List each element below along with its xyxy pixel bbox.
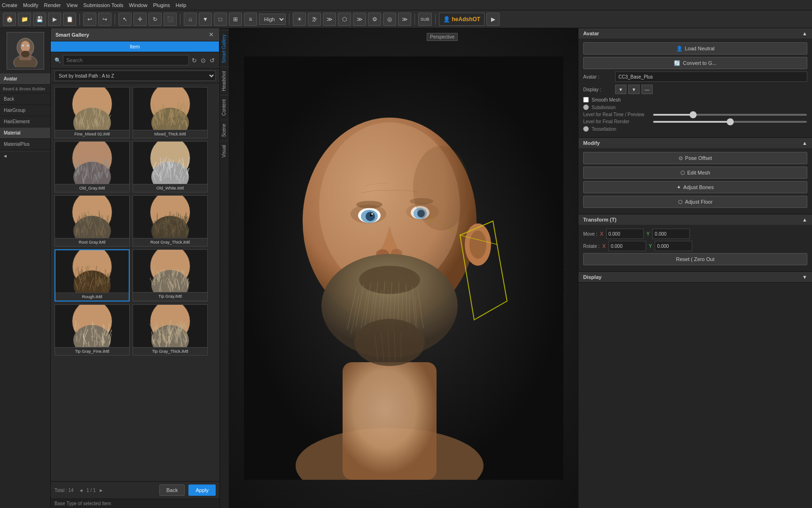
side-tab-content[interactable]: Content [220,95,229,119]
side-tab-scene[interactable]: Scene [220,119,229,141]
toolbar-btn-5[interactable]: 📋 [63,13,76,26]
gallery-tab-item[interactable]: Item [51,41,219,52]
menu-window[interactable]: Window [129,2,148,8]
side-tab-smart-gallery[interactable]: Smart Gallery [220,30,229,67]
viewport[interactable]: Perspective [229,28,578,508]
toolbar-render3[interactable]: ⊞ [229,13,242,26]
display-section-header[interactable]: Display ▼ [578,272,812,282]
transform-section-header[interactable]: Transform (T) ▲ [578,214,812,225]
toolbar-btn-3[interactable]: 💾 [33,13,46,26]
grid-item-rough[interactable]: Rough.iMtl [55,249,130,302]
toolbar-move[interactable]: ✛ [133,13,147,26]
sidebar-item-hairgroup[interactable]: HairGroup [0,105,50,116]
edit-mesh-btn[interactable]: ⬡ Edit Mesh [583,167,807,179]
grid-item-old-white[interactable]: Old_White.iMtl [133,141,208,192]
toolbar-more3[interactable]: ≫ [398,13,411,26]
level-realtime-slider[interactable] [653,114,807,116]
headshot-button[interactable]: 👤 heAdshOT [439,13,485,26]
status-text: Base Type of selected Item [55,501,111,506]
grid-item-fine-mixed[interactable]: Fine_Mixed 02.iMtl [55,87,130,138]
subdivision-radio[interactable] [583,104,589,110]
adjust-floor-btn[interactable]: ⬡ Adjust Floor [583,196,807,208]
toolbar-cam[interactable]: ≡ [244,13,257,26]
sort-icon[interactable]: ↺ [209,56,216,65]
toolbar-physics[interactable]: ⚙ [368,13,381,26]
gallery-grid[interactable]: Fine_Mixed 02.iMtl Mixed_Thick.iMtl Old_… [51,83,219,481]
menu-plugins[interactable]: Plugins [153,2,170,8]
move-y-input[interactable] [652,229,690,239]
toolbar-headshot-more[interactable]: ▶ [486,13,500,26]
avatar-field-input[interactable] [615,71,807,82]
quality-dropdown[interactable]: High [259,14,286,25]
menu-render[interactable]: Render [44,2,61,8]
toolbar-home[interactable]: ⌂ [184,13,197,26]
sidebar-item-hairelement[interactable]: HairElement [0,116,50,127]
pose-offset-btn[interactable]: ⊙ Pose Offset [583,152,807,164]
sidebar-back-btn[interactable]: ◄ [0,151,50,160]
sidebar-back[interactable]: Back [0,94,50,105]
level-final-slider[interactable] [653,121,807,123]
toolbar-btn-2[interactable]: 📁 [18,13,31,26]
grid-item-mixed-thick[interactable]: Mixed_Thick.iMtl [133,87,208,138]
menu-create[interactable]: Create [2,2,17,8]
toolbar-sun[interactable]: ☀ [293,13,306,26]
sidebar-item-item[interactable]: Avatar [0,73,50,85]
avatar-section: Avatar ▲ 👤 Load Neutral 🔄 Convert to G..… [578,28,812,138]
toolbar-select[interactable]: ↖ [118,13,132,26]
toolbar-redo[interactable]: ↪ [98,13,111,26]
display-btn-3[interactable]: — [641,85,653,94]
menu-modify[interactable]: Modify [23,2,38,8]
sort-select[interactable]: Sort by Install Path : A to Z [55,71,216,81]
toolbar-render2[interactable]: □ [214,13,227,26]
load-neutral-btn[interactable]: 👤 Load Neutral [583,42,807,55]
refresh-icon[interactable]: ↻ [191,56,198,65]
sidebar-item-material[interactable]: Material [0,127,50,139]
toolbar-bone[interactable]: ⬡ [338,13,351,26]
toolbar-atmos[interactable]: 🌫 [308,13,321,26]
move-x-input[interactable] [606,229,644,239]
gallery-back-btn[interactable]: Back [159,484,185,496]
menu-help[interactable]: Help [176,2,187,8]
rotate-x-input[interactable] [609,241,646,251]
modify-section-header[interactable]: Modify ▲ [578,138,812,148]
grid-row-4: Tip Gray_Fine.iMtl Tip Gray_Thick.iMtl [55,304,216,356]
filter-icon[interactable]: ⊙ [200,56,207,65]
menu-submission-tools[interactable]: Submission Tools [83,2,123,8]
viewport-perspective-btn[interactable]: Perspective [427,33,458,41]
thumb-tip-gray [133,250,207,292]
display-btn-1[interactable]: ▼ [615,85,626,94]
convert-to-btn[interactable]: 🔄 Convert to G... [583,57,807,69]
grid-item-tip-gray[interactable]: Tip Gray.iMtl [133,249,208,302]
toolbar-more1[interactable]: ≫ [323,13,336,26]
display-label: Display : [583,87,611,92]
grid-item-tip-gray-fine[interactable]: Tip Gray_Fine.iMtl [55,304,130,356]
side-tab-headshot[interactable]: Headshot [220,67,229,95]
toolbar-btn-4[interactable]: ▶ [48,13,61,26]
sidebar-item-materialplus[interactable]: MaterialPlus [0,139,50,150]
toolbar-rotate[interactable]: ↻ [148,13,162,26]
grid-item-tip-gray-thick[interactable]: Tip Gray_Thick.iMtl [133,304,208,356]
toolbar-scale[interactable]: ⬛ [164,13,177,26]
display-btn-2[interactable]: ▼ [628,85,640,94]
adjust-bones-btn[interactable]: ✦ Adjust Bones [583,181,807,193]
toolbar-undo[interactable]: ↩ [83,13,96,26]
gallery-close-btn[interactable]: ✕ [208,30,215,39]
tessellation-radio[interactable] [583,126,589,132]
toolbar-morph[interactable]: ◎ [383,13,396,26]
reset-btn[interactable]: Reset ( Zero Out [583,253,807,265]
toolbar-render[interactable]: ▼ [199,13,212,26]
grid-item-root-gray[interactable]: Root Gray.iMtl [55,195,130,246]
grid-item-root-gray-thick[interactable]: Root Gray_Thick.iMtl [133,195,208,246]
gallery-apply-btn[interactable]: Apply [188,484,216,496]
menu-view[interactable]: View [67,2,78,8]
search-input[interactable] [63,55,189,65]
side-tab-visual[interactable]: Visual [220,141,229,161]
rotate-y-input[interactable] [655,241,692,251]
toolbar-substance[interactable]: SUB [418,13,432,26]
grid-item-old-gray[interactable]: Old_Gray.iMtl [55,141,130,192]
toolbar-btn-1[interactable]: 🏠 [3,13,16,26]
label-rough: Rough.iMtl [55,293,129,301]
toolbar-more2[interactable]: ≫ [353,13,366,26]
smooth-mesh-checkbox[interactable] [583,97,589,103]
avatar-section-header[interactable]: Avatar ▲ [578,28,812,39]
